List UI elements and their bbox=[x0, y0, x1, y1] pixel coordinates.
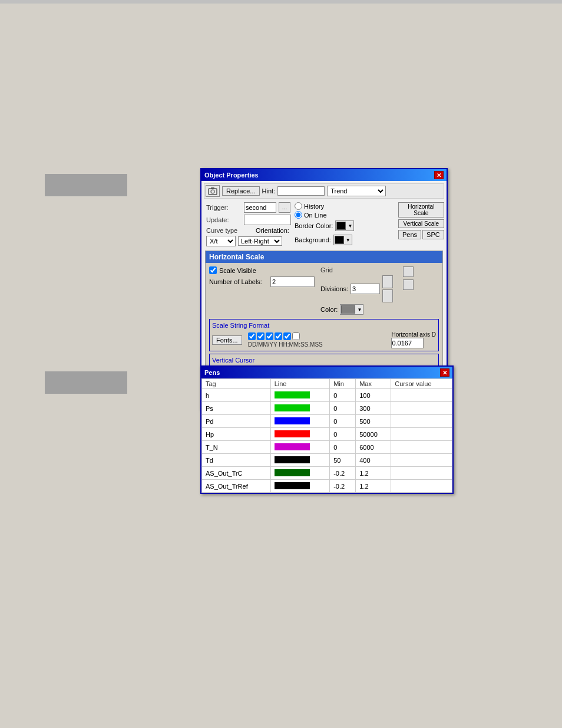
update-label: Update: bbox=[206, 216, 242, 223]
history-radio[interactable] bbox=[295, 202, 302, 210]
pen-min: 0 bbox=[330, 415, 356, 428]
divisions-label: Divisions: bbox=[320, 285, 348, 292]
horiz-axis-label: Horizontal axis D bbox=[391, 331, 436, 338]
table-row: AS_Out_TrC-0.21.2 bbox=[202, 467, 452, 480]
col-min: Min bbox=[330, 379, 356, 389]
pen-min: 0 bbox=[330, 389, 356, 402]
pen-cursor bbox=[391, 402, 452, 415]
pen-line bbox=[270, 402, 330, 415]
pen-max: 100 bbox=[356, 389, 391, 402]
col-max: Max bbox=[356, 379, 391, 389]
pen-max: 500 bbox=[356, 415, 391, 428]
pens-btn[interactable]: Pens bbox=[398, 230, 421, 239]
pen-min: -0.2 bbox=[330, 467, 356, 480]
spc-btn[interactable]: SPC bbox=[422, 230, 444, 239]
trigger-input[interactable] bbox=[244, 202, 276, 213]
svg-rect-2 bbox=[211, 187, 214, 189]
curve-type-select[interactable]: X/t bbox=[206, 236, 236, 246]
pen-cursor bbox=[391, 428, 452, 441]
divisions-up-btn[interactable] bbox=[382, 275, 393, 288]
svg-point-1 bbox=[211, 190, 214, 193]
col-cursor: Cursor value bbox=[391, 379, 452, 389]
table-row: AS_Out_TrRef-0.21.2 bbox=[202, 480, 452, 493]
format-cb-1[interactable] bbox=[248, 332, 256, 340]
right-btn-1[interactable] bbox=[403, 266, 414, 277]
table-row: Hp050000 bbox=[202, 428, 452, 441]
pen-cursor bbox=[391, 467, 452, 480]
pens-dialog: Pens ✕ Tag Line Min Max Cursor value h01… bbox=[200, 365, 454, 494]
format-checkboxes-row bbox=[248, 332, 323, 340]
num-labels-input[interactable] bbox=[270, 276, 315, 287]
dialog-titlebar: Object Properties ✕ bbox=[201, 169, 447, 181]
col-tag: Tag bbox=[202, 379, 271, 389]
pen-tag: Pd bbox=[202, 415, 271, 428]
table-row: Td50400 bbox=[202, 454, 452, 467]
background-label: Background: bbox=[295, 236, 331, 243]
format-cb-5[interactable] bbox=[283, 332, 291, 340]
placeholder-block-2 bbox=[45, 371, 127, 394]
toolbar-row: Replace... Hint: Trend bbox=[204, 183, 444, 199]
pen-cursor bbox=[391, 441, 452, 454]
online-radio[interactable] bbox=[295, 211, 302, 219]
grid-color-label: Color: bbox=[320, 306, 338, 313]
pen-line bbox=[270, 389, 330, 402]
pen-min: 0 bbox=[330, 402, 356, 415]
table-row: Pd0500 bbox=[202, 415, 452, 428]
col-line: Line bbox=[270, 379, 330, 389]
background-color-btn[interactable]: ▼ bbox=[333, 235, 352, 245]
format-cb-3[interactable] bbox=[266, 332, 273, 340]
pens-dialog-titlebar: Pens ✕ bbox=[201, 367, 452, 378]
pen-cursor bbox=[391, 480, 452, 493]
close-button[interactable]: ✕ bbox=[434, 171, 444, 179]
format-cb-6[interactable] bbox=[292, 332, 300, 340]
horizontal-scale-title: Horizontal Scale bbox=[206, 251, 442, 263]
pen-min: 50 bbox=[330, 454, 356, 467]
divisions-down-btn[interactable] bbox=[382, 289, 393, 302]
replace-button[interactable]: Replace... bbox=[222, 186, 260, 196]
pens-close-button[interactable]: ✕ bbox=[440, 368, 449, 377]
vertical-scale-btn[interactable]: Vertical Scale bbox=[398, 219, 444, 228]
dialog-title: Object Properties bbox=[204, 172, 259, 179]
curve-type-label: Curve type bbox=[206, 227, 242, 234]
pen-max: 300 bbox=[356, 402, 391, 415]
placeholder-block-1 bbox=[45, 174, 127, 196]
mode-radio-group: History On Line bbox=[295, 202, 395, 219]
orientation-select[interactable]: Left-Right bbox=[238, 236, 282, 246]
hint-input[interactable] bbox=[277, 186, 325, 196]
right-btn-2[interactable] bbox=[403, 279, 414, 290]
update-input[interactable] bbox=[244, 215, 291, 225]
scale-visible-checkbox[interactable] bbox=[209, 266, 217, 274]
grid-title: Grid bbox=[320, 266, 397, 274]
pen-tag: Td bbox=[202, 454, 271, 467]
horizontal-scale-btn[interactable]: Horizontal Scale bbox=[398, 202, 444, 218]
pen-line bbox=[270, 428, 330, 441]
border-color-btn[interactable]: ▼ bbox=[335, 220, 354, 231]
pen-line bbox=[270, 454, 330, 467]
pen-tag: Ps bbox=[202, 402, 271, 415]
history-radio-label[interactable]: History bbox=[295, 202, 395, 210]
divisions-input[interactable] bbox=[351, 284, 380, 294]
pen-cursor bbox=[391, 454, 452, 467]
horiz-axis-input[interactable] bbox=[391, 338, 424, 348]
trigger-expand-btn[interactable]: … bbox=[279, 202, 290, 213]
pen-tag: Hp bbox=[202, 428, 271, 441]
pen-tag: T_N bbox=[202, 441, 271, 454]
scale-visible-label[interactable]: Scale Visible bbox=[209, 266, 315, 274]
trend-select[interactable]: Trend bbox=[327, 186, 386, 196]
pen-min: 0 bbox=[330, 428, 356, 441]
pen-tag: h bbox=[202, 389, 271, 402]
table-row: T_N06000 bbox=[202, 441, 452, 454]
format-cb-4[interactable] bbox=[275, 332, 282, 340]
top-bar bbox=[0, 0, 562, 4]
format-cb-2[interactable] bbox=[257, 332, 265, 340]
pen-max: 50000 bbox=[356, 428, 391, 441]
pen-cursor bbox=[391, 415, 452, 428]
camera-icon[interactable] bbox=[206, 185, 220, 197]
pen-line bbox=[270, 415, 330, 428]
grid-color-btn[interactable]: ▼ bbox=[340, 304, 363, 315]
pen-max: 1.2 bbox=[356, 480, 391, 493]
fonts-btn[interactable]: Fonts... bbox=[212, 335, 242, 345]
online-radio-label[interactable]: On Line bbox=[295, 211, 395, 219]
pen-line bbox=[270, 467, 330, 480]
pen-tag: AS_Out_TrRef bbox=[202, 480, 271, 493]
